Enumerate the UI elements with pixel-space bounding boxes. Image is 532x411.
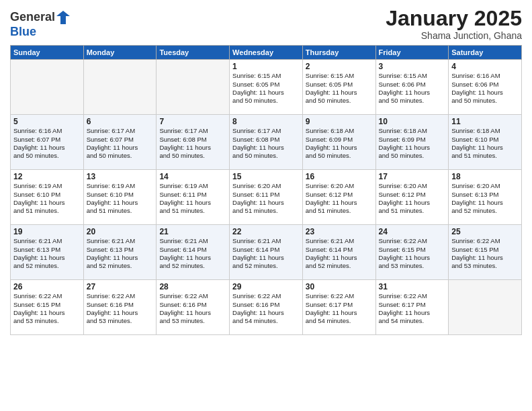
day-info: and 51 minutes. (232, 207, 300, 215)
logo-blue: Blue (10, 25, 36, 38)
day-info: and 52 minutes. (13, 262, 81, 270)
day-info: Sunrise: 6:21 AM (232, 237, 300, 245)
calendar-cell: 17Sunrise: 6:20 AMSunset: 6:12 PMDayligh… (375, 170, 449, 225)
day-info: Daylight: 11 hours (159, 199, 226, 207)
day-info: Daylight: 11 hours (232, 254, 300, 262)
title-block: January 2025 Shama Junction, Ghana (386, 7, 522, 41)
day-info: Daylight: 11 hours (87, 199, 154, 207)
day-info: Sunset: 6:13 PM (451, 191, 519, 199)
day-info: and 51 minutes. (306, 207, 373, 215)
day-number: 26 (13, 282, 81, 291)
calendar-cell: 4Sunrise: 6:16 AMSunset: 6:06 PMDaylight… (449, 60, 522, 115)
day-number: 19 (13, 227, 81, 236)
day-number: 31 (379, 282, 446, 291)
calendar-week-row: 12Sunrise: 6:19 AMSunset: 6:10 PMDayligh… (11, 170, 522, 225)
calendar-cell: 5Sunrise: 6:16 AMSunset: 6:07 PMDaylight… (11, 115, 84, 170)
day-info: Sunset: 6:08 PM (159, 136, 226, 144)
calendar-week-row: 5Sunrise: 6:16 AMSunset: 6:07 PMDaylight… (11, 115, 522, 170)
day-number: 16 (306, 172, 373, 181)
day-info: Sunrise: 6:16 AM (451, 72, 519, 80)
calendar-cell: 9Sunrise: 6:18 AMSunset: 6:09 PMDaylight… (302, 115, 375, 170)
calendar-cell: 31Sunrise: 6:22 AMSunset: 6:17 PMDayligh… (375, 280, 449, 335)
day-info: and 50 minutes. (159, 152, 226, 160)
day-info: Sunrise: 6:22 AM (87, 292, 154, 300)
day-number: 20 (87, 227, 154, 236)
day-info: Sunrise: 6:15 AM (232, 72, 300, 80)
day-info: Daylight: 11 hours (379, 309, 446, 317)
day-info: Daylight: 11 hours (379, 199, 446, 207)
day-info: Daylight: 11 hours (451, 89, 519, 97)
calendar-cell: 15Sunrise: 6:20 AMSunset: 6:11 PMDayligh… (230, 170, 303, 225)
day-info: and 53 minutes. (13, 317, 81, 325)
day-info: and 54 minutes. (379, 317, 446, 325)
logo: General Blue (10, 9, 70, 39)
day-info: and 50 minutes. (232, 152, 300, 160)
calendar-cell: 18Sunrise: 6:20 AMSunset: 6:13 PMDayligh… (449, 170, 522, 225)
day-info: Sunrise: 6:17 AM (159, 127, 226, 135)
calendar-cell: 21Sunrise: 6:21 AMSunset: 6:14 PMDayligh… (157, 225, 230, 280)
day-info: Sunrise: 6:20 AM (306, 182, 373, 190)
page: General Blue January 2025 Shama Junction… (0, 0, 532, 411)
day-info: Sunset: 6:13 PM (13, 246, 81, 254)
day-info: Daylight: 11 hours (379, 89, 446, 97)
day-info: Sunset: 6:10 PM (13, 191, 81, 199)
day-info: Daylight: 11 hours (232, 144, 300, 152)
day-info: Sunset: 6:16 PM (87, 301, 154, 309)
day-info: Sunset: 6:05 PM (306, 81, 373, 89)
calendar-cell: 7Sunrise: 6:17 AMSunset: 6:08 PMDaylight… (157, 115, 230, 170)
day-info: Sunset: 6:06 PM (379, 81, 446, 89)
calendar-cell: 19Sunrise: 6:21 AMSunset: 6:13 PMDayligh… (11, 225, 84, 280)
day-info: Sunrise: 6:21 AM (306, 237, 373, 245)
day-info: Sunset: 6:11 PM (232, 191, 300, 199)
calendar-cell: 26Sunrise: 6:22 AMSunset: 6:15 PMDayligh… (11, 280, 84, 335)
day-info: Daylight: 11 hours (13, 309, 81, 317)
day-info: Sunrise: 6:15 AM (379, 72, 446, 80)
weekday-header: Friday (375, 46, 449, 60)
day-info: Sunset: 6:09 PM (379, 136, 446, 144)
day-info: Daylight: 11 hours (13, 254, 81, 262)
calendar-cell: 3Sunrise: 6:15 AMSunset: 6:06 PMDaylight… (375, 60, 449, 115)
day-info: and 53 minutes. (379, 262, 446, 270)
weekday-header: Monday (83, 46, 157, 60)
calendar-cell: 28Sunrise: 6:22 AMSunset: 6:16 PMDayligh… (157, 280, 230, 335)
day-info: Daylight: 11 hours (451, 254, 519, 262)
calendar-cell: 1Sunrise: 6:15 AMSunset: 6:05 PMDaylight… (230, 60, 303, 115)
calendar-cell: 27Sunrise: 6:22 AMSunset: 6:16 PMDayligh… (83, 280, 157, 335)
day-info: Sunset: 6:05 PM (232, 81, 300, 89)
svg-marker-0 (56, 11, 70, 24)
calendar-cell: 22Sunrise: 6:21 AMSunset: 6:14 PMDayligh… (230, 225, 303, 280)
calendar-cell: 10Sunrise: 6:18 AMSunset: 6:09 PMDayligh… (375, 115, 449, 170)
calendar-cell: 14Sunrise: 6:19 AMSunset: 6:11 PMDayligh… (157, 170, 230, 225)
weekday-header: Tuesday (157, 46, 230, 60)
logo-general: General (10, 11, 55, 24)
day-info: and 52 minutes. (451, 207, 519, 215)
day-number: 18 (451, 172, 519, 181)
day-info: and 54 minutes. (306, 317, 373, 325)
day-number: 17 (379, 172, 446, 181)
day-info: and 51 minutes. (379, 207, 446, 215)
calendar-cell (157, 60, 230, 115)
day-number: 24 (379, 227, 446, 236)
day-info: and 50 minutes. (306, 97, 373, 105)
day-info: Sunset: 6:09 PM (306, 136, 373, 144)
day-info: Daylight: 11 hours (13, 144, 81, 152)
calendar-table: SundayMondayTuesdayWednesdayThursdayFrid… (10, 45, 522, 335)
calendar-cell: 16Sunrise: 6:20 AMSunset: 6:12 PMDayligh… (302, 170, 375, 225)
day-number: 2 (306, 62, 373, 71)
day-info: Daylight: 11 hours (379, 144, 446, 152)
day-info: and 50 minutes. (13, 152, 81, 160)
calendar-cell: 13Sunrise: 6:19 AMSunset: 6:10 PMDayligh… (83, 170, 157, 225)
day-info: Sunset: 6:07 PM (13, 136, 81, 144)
day-number: 10 (379, 117, 446, 126)
day-info: Sunrise: 6:17 AM (232, 127, 300, 135)
day-info: Daylight: 11 hours (379, 254, 446, 262)
day-info: Sunset: 6:17 PM (379, 301, 446, 309)
calendar-cell: 24Sunrise: 6:22 AMSunset: 6:15 PMDayligh… (375, 225, 449, 280)
day-info: Sunset: 6:15 PM (13, 301, 81, 309)
calendar-cell: 12Sunrise: 6:19 AMSunset: 6:10 PMDayligh… (11, 170, 84, 225)
day-info: Daylight: 11 hours (87, 309, 154, 317)
day-info: and 51 minutes. (159, 207, 226, 215)
day-info: Sunrise: 6:21 AM (13, 237, 81, 245)
day-number: 25 (451, 227, 519, 236)
calendar-week-row: 1Sunrise: 6:15 AMSunset: 6:05 PMDaylight… (11, 60, 522, 115)
